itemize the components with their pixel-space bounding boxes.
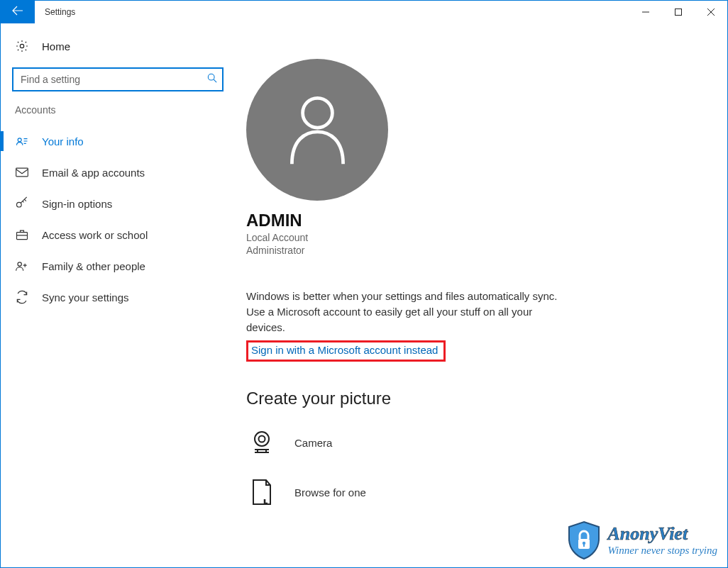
content: Home Accounts Yo bbox=[1, 23, 727, 567]
watermark-tagline: Winner never stops trying bbox=[607, 545, 717, 557]
svg-point-5 bbox=[17, 202, 22, 207]
home-label: Home bbox=[42, 40, 70, 52]
people-icon bbox=[15, 259, 29, 273]
sync-description: Windows is better when your settings and… bbox=[246, 289, 573, 335]
svg-point-10 bbox=[259, 436, 265, 442]
person-card-icon bbox=[15, 134, 29, 148]
camera-label: Camera bbox=[294, 437, 332, 449]
nav-label: Access work or school bbox=[42, 229, 148, 241]
account-type: Local Account bbox=[246, 232, 727, 243]
close-button[interactable] bbox=[695, 1, 727, 23]
shield-lock-icon bbox=[566, 520, 602, 560]
search-box bbox=[12, 67, 224, 91]
nav-label: Your info bbox=[42, 135, 84, 147]
search-input[interactable] bbox=[12, 67, 224, 91]
svg-point-8 bbox=[302, 98, 332, 128]
account-role: Administrator bbox=[246, 245, 727, 256]
minimize-button[interactable] bbox=[629, 1, 662, 23]
sidebar-item-email-accounts[interactable]: Email & app accounts bbox=[1, 157, 235, 188]
window-title: Settings bbox=[35, 7, 629, 17]
key-icon bbox=[15, 196, 29, 211]
user-icon bbox=[284, 89, 351, 170]
svg-rect-13 bbox=[583, 544, 585, 547]
avatar bbox=[246, 59, 388, 201]
svg-rect-4 bbox=[16, 168, 28, 177]
file-icon bbox=[246, 477, 277, 508]
window-controls bbox=[629, 1, 727, 23]
watermark-name: AnonyViet bbox=[607, 525, 717, 543]
svg-point-9 bbox=[255, 432, 269, 446]
maximize-button[interactable] bbox=[662, 1, 695, 23]
sidebar-item-signin-options[interactable]: Sign-in options bbox=[1, 188, 235, 219]
sidebar-item-sync-settings[interactable]: Sync your settings bbox=[1, 282, 235, 313]
svg-point-7 bbox=[18, 262, 21, 266]
create-picture-heading: Create your picture bbox=[246, 389, 727, 408]
svg-point-3 bbox=[18, 138, 21, 142]
watermark: AnonyViet Winner never stops trying bbox=[566, 520, 717, 560]
nav-label: Sign-in options bbox=[42, 198, 112, 210]
sync-icon bbox=[15, 290, 29, 304]
nav-label: Sync your settings bbox=[42, 291, 129, 304]
search-icon bbox=[207, 73, 217, 86]
picture-option-browse[interactable]: Browse for one bbox=[246, 477, 727, 508]
briefcase-icon bbox=[15, 228, 29, 242]
sign-in-microsoft-link[interactable]: Sign in with a Microsoft account instead bbox=[251, 344, 438, 356]
gear-icon bbox=[15, 39, 29, 53]
sidebar-item-family-people[interactable]: Family & other people bbox=[1, 250, 235, 282]
titlebar: Settings bbox=[1, 1, 727, 23]
svg-point-2 bbox=[208, 74, 214, 80]
highlight-box: Sign in with a Microsoft account instead bbox=[246, 340, 446, 362]
browse-label: Browse for one bbox=[294, 486, 366, 499]
svg-rect-0 bbox=[675, 9, 682, 16]
nav-label: Family & other people bbox=[42, 260, 145, 272]
main-panel: ADMIN Local Account Administrator Window… bbox=[235, 23, 727, 567]
svg-point-1 bbox=[20, 44, 23, 48]
nav-label: Email & app accounts bbox=[42, 167, 145, 179]
camera-icon bbox=[246, 427, 277, 458]
sidebar: Home Accounts Yo bbox=[1, 23, 235, 567]
sidebar-section-label: Accounts bbox=[1, 104, 235, 126]
account-name: ADMIN bbox=[246, 211, 727, 230]
arrow-left-icon bbox=[12, 5, 23, 19]
mail-icon bbox=[15, 165, 29, 179]
sidebar-item-your-info[interactable]: Your info bbox=[1, 126, 235, 157]
watermark-text: AnonyViet Winner never stops trying bbox=[607, 525, 717, 557]
svg-rect-6 bbox=[17, 233, 28, 240]
nav-list: Your info Email & app accounts Sign-in o… bbox=[1, 126, 235, 313]
sidebar-item-access-work-school[interactable]: Access work or school bbox=[1, 219, 235, 250]
picture-option-camera[interactable]: Camera bbox=[246, 427, 727, 458]
back-button[interactable] bbox=[1, 1, 35, 23]
sidebar-home[interactable]: Home bbox=[1, 39, 235, 67]
